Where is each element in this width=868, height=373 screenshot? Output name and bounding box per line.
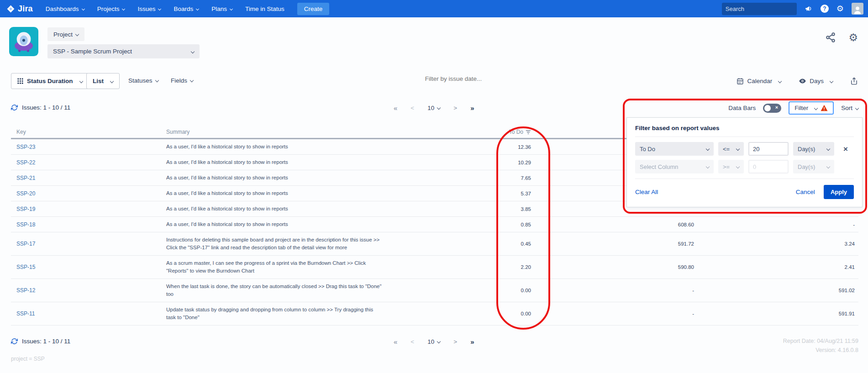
issue-key-link[interactable]: SSP-20	[11, 190, 166, 197]
issue-key-link[interactable]: SSP-12	[11, 287, 166, 294]
clear-all-link[interactable]: Clear All	[635, 189, 658, 195]
nav-item[interactable]: Plans	[211, 5, 232, 12]
page-size-value: 10	[427, 338, 434, 345]
last-page-button[interactable]: »	[470, 104, 474, 112]
nav-item[interactable]: Time in Status	[245, 5, 284, 12]
refresh-icon[interactable]	[11, 338, 18, 345]
todo-value: 2.20	[486, 264, 532, 270]
statuses-dropdown[interactable]: Statuses	[128, 77, 158, 84]
todo-value: 5.37	[486, 191, 532, 196]
issue-key-link[interactable]: SSP-18	[11, 221, 166, 228]
next-page-button[interactable]: >	[453, 338, 457, 345]
unit-select[interactable]: Day(s)	[793, 142, 834, 156]
export-icon[interactable]	[850, 77, 858, 85]
column4-value: -	[532, 311, 694, 316]
project-select[interactable]: SSP - Sample Scrum Project	[47, 44, 200, 58]
issues-count-bar: Issues: 1 - 10 / 11	[11, 104, 70, 111]
next-page-button[interactable]: >	[453, 105, 457, 111]
search-input[interactable]	[726, 5, 806, 12]
settings-gear-icon[interactable]: ⚙	[848, 32, 858, 43]
issue-key-link[interactable]: SSP-23	[11, 144, 166, 150]
todo-value: 12.36	[486, 144, 532, 150]
page-size-select[interactable]: 10	[427, 105, 440, 111]
issue-key-link[interactable]: SSP-11	[11, 310, 166, 317]
calendar-dropdown[interactable]: Calendar	[736, 78, 781, 85]
nav-item[interactable]: Dashboards	[46, 5, 84, 12]
threshold-input-2[interactable]	[748, 160, 789, 173]
chevron-down-icon	[158, 7, 161, 10]
fields-dropdown[interactable]: Fields	[171, 77, 193, 84]
issue-key-link[interactable]: SSP-19	[11, 206, 166, 212]
report-type-label: Status Duration	[27, 78, 73, 84]
issue-key-link[interactable]: SSP-22	[11, 159, 166, 166]
chevron-down-icon	[110, 79, 114, 83]
threshold-input[interactable]	[748, 142, 789, 156]
refresh-icon[interactable]	[11, 104, 18, 111]
operator-select[interactable]: <=	[718, 142, 744, 156]
statuses-label: Statuses	[128, 77, 153, 84]
todo-value: 7.65	[486, 175, 532, 181]
operator-select-2[interactable]: >=	[718, 160, 744, 173]
operator-select-2-value: >=	[723, 163, 730, 170]
sort-button[interactable]: Sort	[841, 105, 858, 111]
view-mode-button[interactable]: List	[86, 73, 120, 89]
first-page-button[interactable]: «	[394, 104, 397, 112]
todo-value: 0.00	[486, 311, 532, 316]
todo-header-label: To Do	[509, 129, 523, 135]
page-size-select[interactable]: 10	[427, 338, 440, 345]
help-icon[interactable]: ?	[821, 5, 829, 13]
column-select-2-value: Select Column	[640, 163, 679, 170]
issue-summary: Update task status by dragging and dropp…	[166, 302, 383, 325]
cancel-link[interactable]: Cancel	[796, 189, 815, 195]
chevron-down-icon	[855, 106, 859, 110]
grid-icon	[17, 78, 23, 84]
table-row: SSP-17 Instructions for deleting this sa…	[11, 232, 858, 256]
first-page-button[interactable]: «	[394, 338, 397, 346]
nav-item[interactable]: Issues	[137, 5, 161, 12]
navbar-search[interactable]	[722, 3, 797, 15]
issue-date-filter[interactable]	[401, 74, 506, 83]
chevron-down-icon	[190, 79, 194, 82]
column-header-summary[interactable]: Summary	[166, 129, 486, 135]
chevron-down-icon	[75, 32, 79, 36]
unit-select-2[interactable]: Day(s)	[793, 160, 834, 173]
time-unit-label: Days	[810, 78, 824, 84]
remove-condition-icon[interactable]: ×	[843, 145, 848, 153]
issue-key-link[interactable]: SSP-21	[11, 175, 166, 181]
version-label: Version: 4.16.0.8	[815, 347, 858, 353]
prev-page-button[interactable]: <	[410, 338, 414, 345]
announcements-icon[interactable]	[805, 5, 813, 13]
column-select-2[interactable]: Select Column	[635, 160, 714, 173]
column-header-todo[interactable]: To Do	[486, 129, 532, 135]
share-icon[interactable]	[825, 32, 836, 43]
chevron-down-icon	[736, 147, 740, 151]
apply-button[interactable]: Apply	[824, 185, 854, 199]
user-avatar[interactable]	[852, 3, 863, 15]
nav-item[interactable]: Projects	[97, 5, 125, 12]
project-type-dropdown[interactable]: Project	[47, 27, 84, 41]
eye-icon	[799, 77, 806, 85]
issue-summary: As a user, I'd like a historical story t…	[166, 217, 383, 232]
column-header-key[interactable]: Key	[11, 129, 166, 135]
report-date: Report Date: 04/Aug/21 11:59	[783, 338, 858, 344]
report-type-button[interactable]: Status Duration	[11, 73, 89, 89]
divider	[635, 137, 854, 137]
issue-key-link[interactable]: SSP-15	[11, 264, 166, 270]
time-unit-dropdown[interactable]: Days	[799, 77, 833, 85]
column-select-value: To Do	[640, 146, 655, 152]
column-select[interactable]: To Do	[635, 142, 714, 156]
navbar-gear-icon[interactable]: ⚙	[836, 5, 844, 13]
nav-item[interactable]: Boards	[174, 5, 199, 12]
filter-button[interactable]: Filter	[789, 101, 834, 115]
table-row: SSP-18 As a user, I'd like a historical …	[11, 217, 858, 232]
issue-summary: As a user, I'd like a historical story t…	[166, 155, 383, 170]
date-filter-input[interactable]	[401, 75, 506, 82]
last-page-button[interactable]: »	[470, 338, 474, 346]
jira-logo[interactable]: Jira	[6, 4, 33, 14]
issue-summary: When the last task is done, the story ca…	[166, 279, 383, 302]
issue-key-link[interactable]: SSP-17	[11, 241, 166, 247]
prev-page-button[interactable]: <	[410, 105, 414, 111]
data-bars-toggle[interactable]: ×	[763, 104, 781, 113]
chevron-down-icon	[778, 79, 782, 83]
create-button[interactable]: Create	[297, 3, 330, 15]
